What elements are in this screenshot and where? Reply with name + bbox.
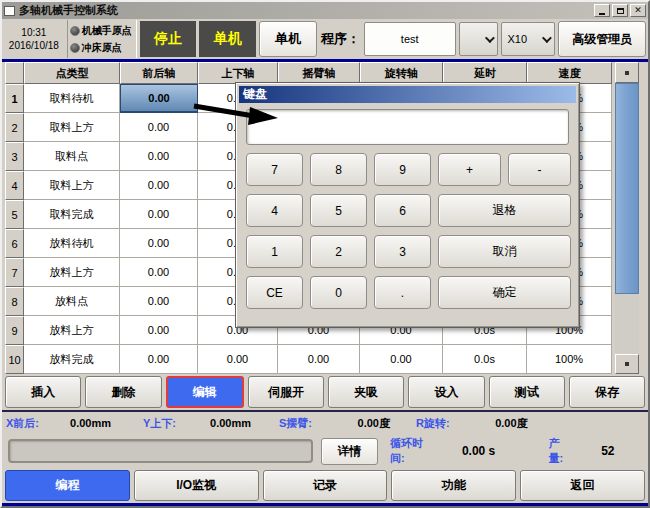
keypad-cancel-button[interactable]: 取消 (438, 235, 571, 268)
maximize-button[interactable] (612, 4, 628, 17)
keypad-key-minus-button[interactable]: - (508, 153, 571, 186)
program-select[interactable]: test (364, 22, 456, 56)
delete-button[interactable]: 删除 (85, 376, 161, 408)
keypad-input[interactable] (246, 109, 569, 145)
user-level-button[interactable]: 高级管理员 (558, 21, 646, 57)
yield-label: 产量: (549, 436, 574, 466)
point-type-cell[interactable]: 取料上方 (24, 113, 120, 142)
origin-label: 机械手原点 (82, 24, 132, 38)
keypad-key-1-button[interactable]: 1 (246, 235, 303, 268)
program-dropdown-button[interactable] (459, 22, 499, 56)
test-button[interactable]: 测试 (489, 376, 565, 408)
point-type-cell[interactable]: 取料点 (24, 142, 120, 171)
keypad-key-6-button[interactable]: 6 (374, 194, 431, 227)
tab-record[interactable]: 记录 (263, 470, 388, 501)
tab-function[interactable]: 功能 (391, 470, 516, 501)
point-type-cell[interactable]: 取料上方 (24, 171, 120, 200)
row-number[interactable]: 3 (5, 142, 24, 171)
axis-label: Y上下: (143, 416, 176, 431)
cycle-time-value: 0.00 s (437, 444, 521, 458)
keypad-confirm-button[interactable]: 确定 (438, 276, 571, 309)
keypad-key-2-button[interactable]: 2 (310, 235, 367, 268)
value-cell[interactable]: 0.00 (278, 345, 360, 374)
keypad-dialog: 键盘 789+-456退格123取消CE0.确定 (235, 82, 580, 328)
value-cell[interactable]: 0.00 (198, 345, 278, 374)
single-mode-button[interactable]: 单机 (259, 21, 317, 57)
keypad-key-3-button[interactable]: 3 (374, 235, 431, 268)
keypad-key-plus-button[interactable]: + (438, 153, 501, 186)
value-cell[interactable]: 0.00 (120, 200, 198, 229)
row-number[interactable]: 10 (5, 345, 24, 374)
point-type-cell[interactable]: 放料点 (24, 287, 120, 316)
edit-button[interactable]: 编辑 (166, 376, 244, 408)
scroll-down-button[interactable] (615, 354, 639, 374)
yield-value: 52 (574, 444, 642, 458)
clamp-suction-button[interactable]: 夹吸 (328, 376, 404, 408)
stop-status-panel[interactable]: 停止 (140, 21, 197, 57)
value-cell[interactable]: 0.00 (120, 229, 198, 258)
scroll-up-button[interactable] (615, 62, 639, 83)
mode-status-panel[interactable]: 单机 (199, 21, 256, 57)
column-header: 旋转轴 (360, 62, 443, 84)
value-cell[interactable]: 0.00 (120, 258, 198, 287)
value-cell[interactable]: 0.00 (360, 345, 443, 374)
keypad-key-8-button[interactable]: 8 (310, 153, 367, 186)
save-button[interactable]: 保存 (569, 376, 645, 408)
row-number[interactable]: 1 (5, 84, 24, 113)
point-type-cell[interactable]: 放料上方 (24, 316, 120, 345)
keypad-key-0-button[interactable]: 0 (310, 276, 367, 309)
table-corner-cell (5, 62, 24, 84)
value-cell[interactable]: 0.00 (120, 287, 198, 316)
value-cell[interactable]: 100% (527, 345, 612, 374)
value-cell[interactable]: 0.0s (443, 345, 527, 374)
minimize-button[interactable] (594, 4, 610, 17)
origin-indicator-robot-origin[interactable]: 机械手原点 (70, 24, 136, 38)
tab-return[interactable]: 返回 (520, 470, 645, 501)
keypad-key-4-button[interactable]: 4 (246, 194, 303, 227)
multiplier-value: X10 (507, 33, 527, 45)
point-type-cell[interactable]: 取料待机 (24, 84, 120, 113)
servo-on-button[interactable]: 伺服开 (248, 376, 324, 408)
origin-indicator-press-origin[interactable]: 冲床原点 (70, 41, 136, 55)
keypad-key-dot-button[interactable]: . (374, 276, 431, 309)
value-cell[interactable]: 0.00 (120, 316, 198, 345)
keypad-key-9-button[interactable]: 9 (374, 153, 431, 186)
row-number[interactable]: 9 (5, 316, 24, 345)
maximize-icon (617, 8, 624, 14)
row-number[interactable]: 2 (5, 113, 24, 142)
table-scrollbar[interactable] (615, 62, 639, 374)
keypad-key-5-button[interactable]: 5 (310, 194, 367, 227)
minimize-icon (599, 13, 605, 15)
value-cell[interactable]: 0.00 (120, 84, 198, 113)
point-type-cell[interactable]: 放料完成 (24, 345, 120, 374)
row-number[interactable]: 5 (5, 200, 24, 229)
message-field[interactable] (8, 439, 313, 463)
multiplier-select[interactable]: X10 (501, 22, 555, 56)
tab-io-monitor[interactable]: I/O监视 (134, 470, 259, 501)
row-number[interactable]: 6 (5, 229, 24, 258)
point-type-cell[interactable]: 取料完成 (24, 200, 120, 229)
value-cell[interactable]: 0.00 (120, 171, 198, 200)
value-cell[interactable]: 0.00 (120, 113, 198, 142)
detail-row: 详情 循环时间: 0.00 s 产量: 52 (2, 434, 648, 468)
led-icon (70, 26, 80, 36)
axis-status-row: X前后:0.00mmY上下:0.00mmS摆臂:0.00度R旋转:0.00度 (2, 412, 648, 434)
keypad-key-7-button[interactable]: 7 (246, 153, 303, 186)
value-cell[interactable]: 0.00 (120, 142, 198, 171)
table-row: 10放料完成0.000.000.000.000.0s100% (5, 345, 612, 374)
keypad-clear-button[interactable]: CE (246, 276, 303, 309)
row-number[interactable]: 7 (5, 258, 24, 287)
close-button[interactable]: ✕ (630, 4, 646, 17)
scrollbar-thumb[interactable] (615, 83, 639, 294)
point-type-cell[interactable]: 放料上方 (24, 258, 120, 287)
detail-button[interactable]: 详情 (321, 438, 378, 465)
row-number[interactable]: 4 (5, 171, 24, 200)
insert-button[interactable]: 插入 (5, 376, 81, 408)
set-in-button[interactable]: 设入 (408, 376, 484, 408)
point-type-cell[interactable]: 放料待机 (24, 229, 120, 258)
value-cell[interactable]: 0.00 (120, 345, 198, 374)
tab-programming[interactable]: 编程 (5, 470, 130, 501)
scrollbar-track[interactable] (615, 294, 639, 354)
keypad-backspace-button[interactable]: 退格 (438, 194, 571, 227)
row-number[interactable]: 8 (5, 287, 24, 316)
